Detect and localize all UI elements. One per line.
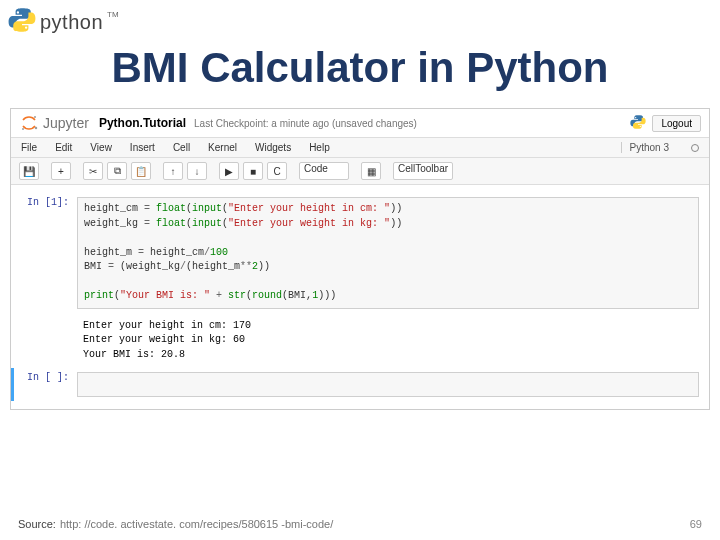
menu-file[interactable]: File	[21, 142, 37, 153]
restart-button[interactable]: C	[267, 162, 287, 180]
paste-button[interactable]: 📋	[131, 162, 151, 180]
menu-widgets[interactable]: Widgets	[255, 142, 291, 153]
kernel-python-icon	[630, 114, 646, 132]
move-up-button[interactable]: ↑	[163, 162, 183, 180]
menu-help[interactable]: Help	[309, 142, 330, 153]
checkpoint-text: Last Checkpoint: a minute ago (unsaved c…	[194, 118, 417, 129]
python-wordmark: python	[40, 11, 103, 34]
run-button[interactable]: ▶	[219, 162, 239, 180]
kernel-name: Python 3	[621, 142, 669, 153]
kernel-status-icon	[691, 144, 699, 152]
code-cell-1[interactable]: In [1]: height_cm = float(input("Enter y…	[11, 193, 709, 313]
menu-insert[interactable]: Insert	[130, 142, 155, 153]
source-url: http: //code. activestate. com/recipes/5…	[60, 518, 333, 530]
menu-view[interactable]: View	[90, 142, 112, 153]
notebook-toolbar: 💾 + ✂ ⧉ 📋 ↑ ↓ ▶ ■ C Code ▦ CellToolbar	[11, 158, 709, 185]
copy-button[interactable]: ⧉	[107, 162, 127, 180]
celltype-select[interactable]: Code	[299, 162, 349, 180]
output-cell-1: Enter your height in cm: 170 Enter your …	[11, 313, 709, 369]
menu-cell[interactable]: Cell	[173, 142, 190, 153]
python-logo-header: python TM	[0, 0, 720, 40]
python-tm: TM	[107, 10, 119, 19]
code-body-1[interactable]: height_cm = float(input("Enter your heig…	[77, 197, 699, 309]
input-prompt-1: In [1]:	[21, 197, 77, 309]
save-button[interactable]: 💾	[19, 162, 39, 180]
menu-edit[interactable]: Edit	[55, 142, 72, 153]
output-prompt-1	[21, 317, 77, 365]
notebook-cells: In [1]: height_cm = float(input("Enter y…	[11, 185, 709, 409]
notebook-title[interactable]: Python.Tutorial	[99, 116, 186, 130]
slide-title: BMI Calculator in Python	[0, 40, 720, 108]
logout-button[interactable]: Logout	[652, 115, 701, 132]
add-cell-button[interactable]: +	[51, 162, 71, 180]
output-text-1: Enter your height in cm: 170 Enter your …	[77, 317, 699, 365]
code-body-2[interactable]	[77, 372, 699, 397]
input-prompt-2: In [ ]:	[21, 372, 77, 397]
svg-point-1	[22, 128, 24, 130]
code-cell-2[interactable]: In [ ]:	[11, 368, 709, 401]
python-logo-icon	[8, 6, 36, 38]
jupyter-brand-text: Jupyter	[43, 115, 89, 131]
move-down-button[interactable]: ↓	[187, 162, 207, 180]
notebook-menubar: File Edit View Insert Cell Kernel Widget…	[11, 138, 709, 158]
cut-button[interactable]: ✂	[83, 162, 103, 180]
notebook-header: Jupyter Python.Tutorial Last Checkpoint:…	[11, 109, 709, 138]
svg-point-2	[35, 127, 38, 130]
stop-button[interactable]: ■	[243, 162, 263, 180]
command-palette-button[interactable]: ▦	[361, 162, 381, 180]
menu-kernel[interactable]: Kernel	[208, 142, 237, 153]
jupyter-logo: Jupyter	[19, 113, 89, 133]
page-number: 69	[690, 518, 702, 530]
jupyter-notebook: Jupyter Python.Tutorial Last Checkpoint:…	[10, 108, 710, 410]
celltoolbar-select[interactable]: CellToolbar	[393, 162, 453, 180]
source-label: Source:	[18, 518, 56, 530]
slide-footer: Source: http: //code. activestate. com/r…	[0, 518, 720, 530]
svg-point-0	[34, 116, 36, 118]
jupyter-orbit-icon	[19, 113, 39, 133]
